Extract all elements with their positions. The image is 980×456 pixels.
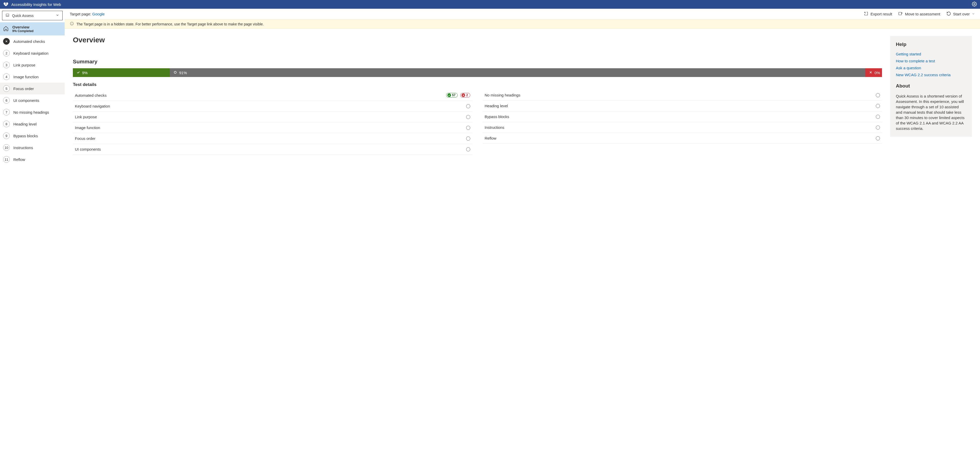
incomplete-status-icon xyxy=(876,115,880,119)
step-number: 5 xyxy=(3,85,10,92)
incomplete-status-icon xyxy=(466,137,470,140)
detail-name: Automated checks xyxy=(75,93,107,97)
mode-selector[interactable]: Quick Assess xyxy=(2,11,63,20)
help-link-ask-question[interactable]: Ask a question xyxy=(896,66,921,70)
export-label: Export result xyxy=(870,12,892,16)
nav-automated-checks[interactable]: Automated checks xyxy=(0,35,65,47)
help-link-how-to-complete[interactable]: How to complete a test xyxy=(896,59,935,63)
detail-name: No missing headings xyxy=(485,93,520,97)
nav-image-function[interactable]: 4 Image function xyxy=(0,71,65,83)
export-result-button[interactable]: Export result xyxy=(864,11,892,17)
step-number: 2 xyxy=(3,50,10,56)
nav-item-label: No missing headings xyxy=(13,110,49,115)
detail-heading-level[interactable]: Heading level xyxy=(482,100,882,112)
nav-item-label: Focus order xyxy=(13,86,34,91)
help-link-getting-started[interactable]: Getting started xyxy=(896,52,921,56)
nav-link-purpose[interactable]: 3 Link purpose xyxy=(0,59,65,71)
nav-item-label: Reflow xyxy=(13,157,25,162)
detail-bypass-blocks[interactable]: Bypass blocks xyxy=(482,112,882,122)
test-details-grid: Automated checks 57 2 xyxy=(73,90,882,155)
detail-name: Image function xyxy=(75,126,100,130)
sidebar-nav: Overview 9% Completed Automated checks 2… xyxy=(0,22,65,165)
incomplete-pct: 91% xyxy=(179,70,187,75)
nav-reflow[interactable]: 11 Reflow xyxy=(0,153,65,165)
info-icon xyxy=(70,22,74,26)
help-panel: Help Getting started How to complete a t… xyxy=(890,36,972,137)
detail-reflow[interactable]: Reflow xyxy=(482,133,882,144)
app-header: Accessibility Insights for Web xyxy=(0,0,980,9)
about-title: About xyxy=(896,83,966,89)
detail-keyboard-navigation[interactable]: Keyboard navigation xyxy=(73,101,472,112)
detail-name: Bypass blocks xyxy=(485,115,509,119)
nav-bypass-blocks[interactable]: 9 Bypass blocks xyxy=(0,130,65,142)
nav-keyboard-navigation[interactable]: 2 Keyboard navigation xyxy=(0,47,65,59)
nav-item-label: Instructions xyxy=(13,145,33,150)
detail-name: Heading level xyxy=(485,104,508,108)
nav-heading-level[interactable]: 8 Heading level xyxy=(0,118,65,130)
home-icon xyxy=(3,26,9,32)
progress-pass-segment: 9% xyxy=(73,68,170,77)
svg-rect-3 xyxy=(6,14,9,16)
detail-instructions[interactable]: Instructions xyxy=(482,122,882,133)
circle-icon xyxy=(173,70,177,75)
step-number: 9 xyxy=(3,132,10,139)
svg-point-2 xyxy=(974,3,975,5)
help-title: Help xyxy=(896,41,966,47)
nav-ui-components[interactable]: 6 UI components xyxy=(0,94,65,106)
pass-pct: 9% xyxy=(82,70,88,75)
summary-title: Summary xyxy=(73,59,882,65)
nav-item-label: Bypass blocks xyxy=(13,134,38,138)
svg-rect-4 xyxy=(899,12,902,15)
step-number: 11 xyxy=(3,156,10,163)
incomplete-status-icon xyxy=(876,126,880,129)
detail-name: Keyboard navigation xyxy=(75,104,110,108)
incomplete-status-icon xyxy=(876,93,880,97)
check-icon xyxy=(76,70,80,75)
detail-name: UI components xyxy=(75,147,101,151)
incomplete-status-icon xyxy=(466,126,470,130)
svg-point-1 xyxy=(5,3,6,4)
step-number: 3 xyxy=(3,62,10,68)
app-title: Accessibility Insights for Web xyxy=(11,2,61,7)
target-page-link[interactable]: Google xyxy=(92,12,105,16)
about-text: Quick Assess is a shortened version of A… xyxy=(896,93,966,131)
detail-name: Instructions xyxy=(485,125,504,129)
page-title: Overview xyxy=(73,36,882,44)
settings-gear-icon[interactable] xyxy=(972,2,977,8)
detail-no-missing-headings[interactable]: No missing headings xyxy=(482,90,882,100)
mode-label: Quick Assess xyxy=(12,14,33,18)
detail-automated-checks[interactable]: Automated checks 57 2 xyxy=(73,90,472,101)
nav-no-missing-headings[interactable]: 7 No missing headings xyxy=(0,106,65,118)
help-link-wcag-22[interactable]: New WCAG 2.2 success criteria xyxy=(896,73,950,77)
detail-name: Link purpose xyxy=(75,115,97,119)
detail-focus-order[interactable]: Focus order xyxy=(73,133,472,144)
nav-instructions[interactable]: 10 Instructions xyxy=(0,142,65,153)
test-details-title: Test details xyxy=(73,82,882,87)
progress-incomplete-segment: 91% xyxy=(170,68,865,77)
step-number: 4 xyxy=(3,73,10,80)
info-banner: The Target page is in a hidden state. Fo… xyxy=(65,19,980,29)
fail-count-pill: 2 xyxy=(460,93,470,97)
start-over-button[interactable]: Start over xyxy=(947,11,975,17)
chevron-down-icon xyxy=(56,13,59,18)
progress-bar: 9% 91% 0% xyxy=(73,68,882,77)
refresh-icon xyxy=(947,11,951,17)
incomplete-status-icon xyxy=(466,115,470,119)
startover-label: Start over xyxy=(953,12,970,16)
nav-overview[interactable]: Overview 9% Completed xyxy=(0,22,65,35)
progress-fail-segment: 0% xyxy=(865,68,882,77)
detail-image-function[interactable]: Image function xyxy=(73,123,472,133)
x-icon xyxy=(869,70,872,75)
incomplete-status-icon xyxy=(876,136,880,140)
x-icon xyxy=(461,93,465,97)
nav-item-label: Keyboard navigation xyxy=(13,51,48,56)
detail-ui-components[interactable]: UI components xyxy=(73,144,472,155)
nav-item-label: Link purpose xyxy=(13,63,35,67)
detail-link-purpose[interactable]: Link purpose xyxy=(73,112,472,123)
nav-item-label: Automated checks xyxy=(13,39,45,44)
step-number: 6 xyxy=(3,97,10,104)
incomplete-status-icon xyxy=(876,104,880,108)
move-to-assessment-button[interactable]: Move to assessment xyxy=(898,11,940,17)
incomplete-status-icon xyxy=(466,104,470,108)
nav-focus-order[interactable]: 5 Focus order xyxy=(0,83,65,94)
